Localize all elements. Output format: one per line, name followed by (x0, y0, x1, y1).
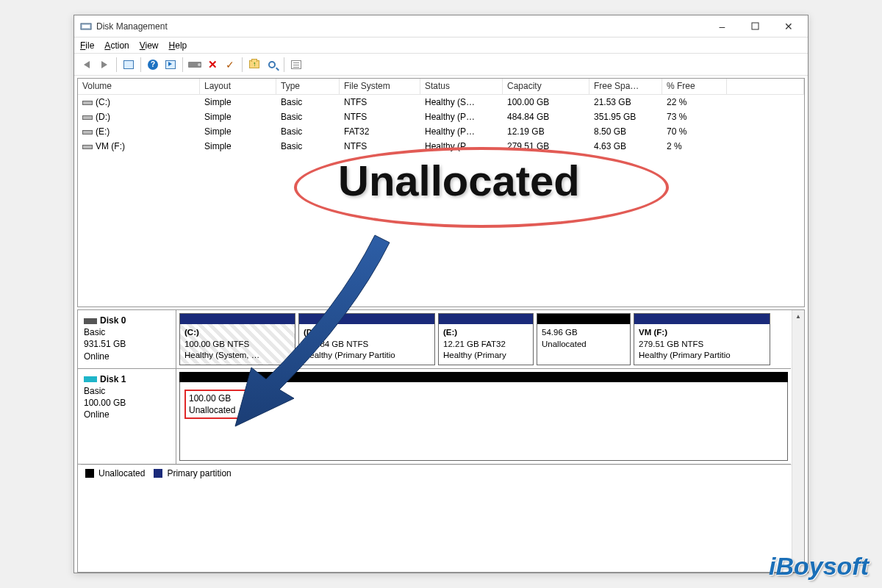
question-icon: ? (148, 60, 158, 70)
x-icon: ✕ (208, 58, 218, 71)
disk1-state: Online (84, 409, 110, 420)
toolbar-drive-button[interactable] (187, 57, 203, 73)
disk1-unalloc-partition[interactable]: 100.00 GB Unallocated (179, 382, 788, 461)
volume-row[interactable]: (C:)SimpleBasicNTFSHealthy (S…100.00 GB2… (78, 95, 804, 110)
app-icon (80, 21, 92, 32)
menu-view[interactable]: View (140, 40, 159, 51)
col-pctfree[interactable]: % Free (662, 79, 727, 94)
menu-file[interactable]: File (80, 40, 94, 51)
disk0-title: Disk 0 (100, 315, 126, 326)
volume-list[interactable]: Volume Layout Type File System Status Ca… (77, 78, 805, 307)
search-icon (268, 61, 276, 68)
col-volume[interactable]: Volume (78, 79, 200, 94)
toolbar-delete-button[interactable]: ✕ (204, 57, 220, 73)
drive-icon (188, 62, 201, 68)
disk1-partition-strip: 100.00 GB Unallocated (176, 369, 791, 464)
volume-row[interactable]: (D:)SimpleBasicNTFSHealthy (P…484.84 GB3… (78, 110, 804, 124)
volume-row[interactable]: (E:)SimpleBasicFAT32Healthy (P…12.19 GB8… (78, 124, 804, 139)
menu-action[interactable]: Action (104, 40, 129, 51)
volume-icon (82, 130, 93, 135)
toolbar-help-button[interactable]: ? (145, 57, 161, 73)
volume-icon (82, 101, 93, 105)
disk1-unalloc-label: Unallocated (189, 405, 235, 415)
disk1-label[interactable]: Disk 1 Basic 100.00 GB Online (78, 369, 176, 464)
disk1-title: Disk 1 (100, 374, 126, 384)
partition[interactable]: (E:)12.21 GB FAT32Healthy (Primary (438, 313, 534, 365)
disk1-size: 100.00 GB (84, 398, 126, 408)
toolbar-search-button[interactable] (264, 57, 280, 73)
svg-rect-1 (82, 25, 90, 28)
col-free[interactable]: Free Spa… (589, 79, 662, 94)
partition[interactable]: (D:)484.84 GB NTFSHealthy (Primary Parti… (298, 313, 435, 365)
disk1-type: Basic (84, 386, 105, 396)
check-icon: ✓ (226, 59, 234, 71)
toolbar: ? ✕ ✓ (74, 54, 808, 76)
legend: Unallocated Primary partition (81, 465, 801, 482)
disk0-label[interactable]: Disk 0 Basic 931.51 GB Online (78, 310, 176, 368)
svg-rect-2 (752, 23, 759, 29)
col-status[interactable]: Status (420, 79, 503, 94)
forward-button[interactable] (96, 57, 112, 73)
console-icon (123, 60, 134, 69)
disk0-type: Basic (84, 327, 105, 337)
arrow-left-icon (84, 61, 90, 68)
volume-list-header[interactable]: Volume Layout Type File System Status Ca… (78, 79, 804, 95)
disk-graphic-area: Disk 0 Basic 931.51 GB Online (C:)100.00… (77, 309, 805, 573)
swatch-primary (154, 469, 162, 478)
partition-unallocated[interactable]: 54.96 GBUnallocated (537, 313, 631, 365)
maximize-button[interactable] (739, 15, 772, 37)
disk-icon (84, 376, 97, 382)
disk0-row[interactable]: Disk 0 Basic 931.51 GB Online (C:)100.00… (78, 310, 791, 369)
refresh-icon (165, 60, 176, 69)
menubar: File Action View Help (74, 37, 808, 54)
legend-unallocated: Unallocated (98, 468, 145, 478)
partition[interactable]: (C:)100.00 GB NTFSHealthy (System, … (179, 313, 295, 365)
toolbar-list-button[interactable] (288, 57, 304, 73)
disk-management-window: Disk Management – ✕ File Action View Hel… (74, 15, 808, 573)
disk1-unalloc-size: 100.00 GB (189, 393, 231, 404)
annotation-red-box: 100.00 GB Unallocated (184, 390, 250, 419)
col-layout[interactable]: Layout (200, 79, 276, 94)
disk1-unalloc-header (179, 372, 788, 382)
disk0-state: Online (84, 351, 110, 362)
disk0-partition-strip: (C:)100.00 GB NTFSHealthy (System, …(D:)… (176, 310, 791, 368)
toolbar-folder-up-button[interactable] (246, 57, 262, 73)
volume-icon (82, 145, 93, 149)
arrow-right-icon (101, 61, 107, 68)
volume-row[interactable]: VM (F:)SimpleBasicNTFSHealthy (P…279.51 … (78, 139, 804, 154)
disk0-size: 931.51 GB (84, 339, 126, 349)
folder-up-icon (249, 60, 259, 68)
volume-icon (82, 115, 93, 120)
col-fs[interactable]: File System (340, 79, 420, 94)
back-button[interactable] (79, 57, 95, 73)
disk1-row[interactable]: Disk 1 Basic 100.00 GB Online 100.00 GB … (78, 369, 791, 465)
scroll-up-button[interactable]: ▲ (792, 310, 804, 323)
col-capacity[interactable]: Capacity (503, 79, 589, 94)
disk-icon (84, 318, 97, 324)
scroll-down-button[interactable]: ▼ (792, 559, 804, 572)
col-type[interactable]: Type (276, 79, 340, 94)
close-button[interactable]: ✕ (772, 15, 805, 37)
list-icon (291, 60, 301, 69)
titlebar[interactable]: Disk Management – ✕ (74, 15, 808, 37)
minimize-button[interactable]: – (706, 15, 739, 37)
window-title: Disk Management (96, 21, 706, 32)
partition[interactable]: VM (F:)279.51 GB NTFSHealthy (Primary Pa… (634, 313, 770, 365)
vertical-scrollbar[interactable]: ▲ ▼ (792, 310, 804, 572)
legend-primary: Primary partition (167, 468, 231, 478)
toolbar-check-button[interactable]: ✓ (222, 57, 238, 73)
toolbar-refresh-button[interactable] (162, 57, 179, 73)
swatch-unallocated (85, 469, 94, 478)
menu-help[interactable]: Help (169, 40, 187, 51)
toolbar-console-button[interactable] (121, 57, 137, 73)
